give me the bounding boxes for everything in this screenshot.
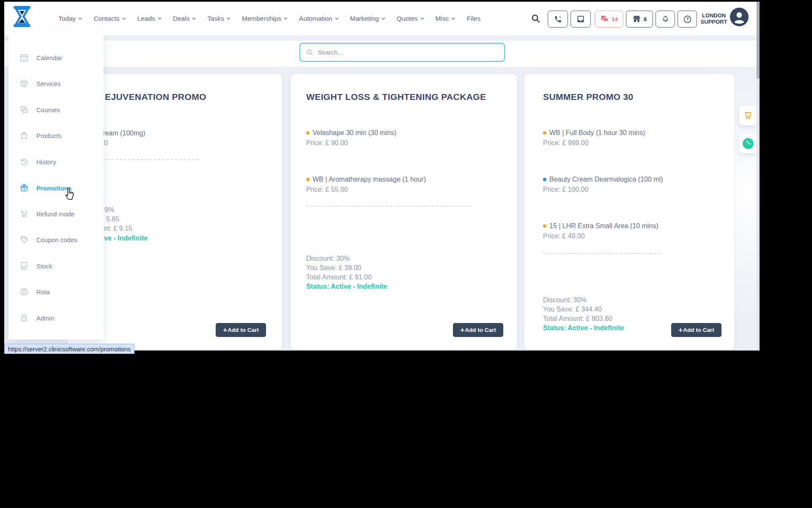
nav-automation[interactable]: Automation	[299, 15, 338, 22]
coupon-tag-icon	[19, 235, 29, 244]
chevron-down-icon	[78, 17, 82, 20]
basket-button[interactable]: 8	[626, 11, 653, 28]
chevron-down-icon	[122, 17, 126, 20]
chevron-down-icon	[158, 17, 162, 20]
card-item-price: Price: £ 49.00	[543, 232, 585, 240]
card-item: WB | Full Body (1 hour 30 mins)	[543, 129, 645, 137]
stock-chart-icon	[19, 261, 29, 271]
card-title: WEIGHT LOSS & TIGHTENING PACKAGE	[306, 92, 486, 102]
nav-misc[interactable]: Misc	[436, 15, 455, 22]
scrollbar-thumb[interactable]	[757, 2, 760, 79]
nav-leads[interactable]: Leads	[137, 15, 162, 22]
card-item-price: Price: £ 55.00	[306, 186, 348, 193]
help-icon: ?	[683, 15, 692, 24]
nav-contacts[interactable]: Contacts	[93, 15, 126, 22]
add-to-cart-button[interactable]: + Add to Cart	[216, 323, 266, 337]
chevron-down-icon	[284, 17, 288, 20]
main-nav: Today Contacts Leads Deals Tasks Members…	[58, 2, 480, 36]
nav-tasks[interactable]: Tasks	[207, 15, 230, 22]
floating-cart-button[interactable]	[739, 106, 757, 125]
search-input-container[interactable]	[299, 43, 505, 62]
sidebar-item-calendar[interactable]: 12 Calendar	[8, 51, 104, 64]
avatar[interactable]	[730, 8, 749, 26]
svg-text:12: 12	[22, 58, 26, 61]
add-to-cart-button[interactable]: + Add to Cart	[671, 323, 721, 337]
chevron-down-icon	[335, 17, 339, 20]
help-button[interactable]: ?	[678, 11, 697, 28]
sidebar-item-admin[interactable]: Admin	[8, 312, 104, 324]
chevron-down-icon	[381, 17, 385, 20]
card-total: Total Amount: £ 803.60	[543, 315, 612, 323]
card-item: Beauty Cream Dearmalogica (100 ml)	[543, 176, 663, 183]
card-status-fragment: ve - Indefinite	[104, 235, 148, 242]
card-total-fragment: nt: £ 9.15	[104, 225, 132, 232]
sidebar-item-stock[interactable]: Stock	[8, 260, 104, 272]
promotions-gift-icon	[19, 183, 29, 193]
card-you-save: You Save: £ 39.00	[306, 264, 361, 272]
card-title-fragment: EJUVENATION PROMO	[105, 92, 206, 102]
promo-card-2	[291, 74, 517, 349]
card-item-price: Price: £ 90.00	[306, 139, 348, 147]
card-discount: Discount: 30%	[543, 296, 587, 304]
chevron-down-icon	[420, 17, 424, 20]
plus-icon: +	[678, 326, 683, 334]
bullet-icon	[543, 131, 546, 135]
sidebar-item-refund-mode[interactable]: Refund mode	[8, 207, 104, 220]
search-icon[interactable]	[531, 14, 541, 24]
courses-icon	[19, 105, 29, 114]
inbox-icon	[576, 15, 585, 23]
bullet-icon	[543, 178, 546, 181]
card-item-price-fragment: 0	[104, 139, 108, 147]
nav-marketing[interactable]: Marketing	[350, 15, 385, 22]
sidebar-menu: 12 Calendar Services Courses Products	[8, 34, 104, 340]
hand-cursor-icon	[63, 185, 76, 201]
sidebar-item-courses[interactable]: Courses	[8, 103, 104, 116]
chevron-down-icon	[192, 17, 196, 20]
card-title: SUMMER PROMO 30	[543, 92, 634, 102]
messages-button[interactable]: 14	[595, 11, 623, 28]
sidebar-item-promotions[interactable]: Promotions	[8, 182, 104, 194]
sidebar-item-history[interactable]: History	[8, 155, 104, 168]
nav-files[interactable]: Files	[466, 15, 480, 22]
status-url-tooltip: https://server2.clinicsoftware.com/promo…	[4, 344, 134, 354]
phone-button[interactable]	[548, 11, 568, 28]
card-item: 15 | LHR Extra Small Area (10 mins)	[543, 222, 658, 230]
search-input[interactable]	[317, 48, 498, 56]
card-item-price: Price: £ 100.00	[543, 186, 589, 193]
cart-icon	[743, 110, 753, 121]
refund-cart-icon	[19, 209, 29, 218]
bell-icon	[661, 15, 669, 23]
app-window: EJUVENATION PROMO ream (100mg) 0 9% 5.85…	[4, 2, 760, 351]
card-item-name-fragment: ream (100mg)	[103, 130, 145, 137]
sidebar-item-coupon-codes[interactable]: Coupon codes	[8, 233, 104, 246]
store-icon	[632, 15, 641, 23]
nav-today[interactable]: Today	[58, 15, 82, 22]
clinicsoftware-logo	[12, 5, 32, 28]
card-item: Velashape 30 min (30 mins)	[306, 129, 396, 137]
bullet-icon	[543, 224, 546, 228]
add-to-cart-button[interactable]: + Add to Cart	[453, 323, 503, 337]
sidebar-item-services[interactable]: Services	[8, 77, 104, 90]
svg-text:?: ?	[686, 17, 689, 22]
card-discount-fragment: 9%	[104, 206, 114, 214]
chevron-down-icon	[451, 17, 455, 20]
search-icon	[306, 49, 313, 56]
admin-lock-icon	[19, 313, 29, 323]
chevron-down-icon	[227, 17, 230, 20]
notifications-button[interactable]	[656, 11, 675, 28]
products-bag-icon	[19, 131, 29, 140]
dashed-divider	[306, 206, 472, 207]
card-status: Status: Active - Indefinite	[306, 283, 387, 290]
sidebar-item-rota[interactable]: Rota	[8, 285, 104, 298]
chat-bubbles-icon	[600, 15, 609, 23]
rota-person-icon	[19, 287, 29, 296]
inbox-button[interactable]	[571, 11, 591, 28]
user-location-label: LONDON SUPPORT	[699, 12, 729, 25]
basket-count: 8	[644, 16, 647, 22]
sidebar-item-products[interactable]: Products	[8, 129, 104, 142]
floating-whatsapp-button[interactable]	[739, 134, 757, 153]
nav-quotes[interactable]: Quotes	[397, 15, 424, 22]
nav-deals[interactable]: Deals	[173, 15, 196, 22]
card-total: Total Amount: £ 91.00	[306, 273, 372, 281]
nav-memberships[interactable]: Memberships	[242, 15, 288, 22]
